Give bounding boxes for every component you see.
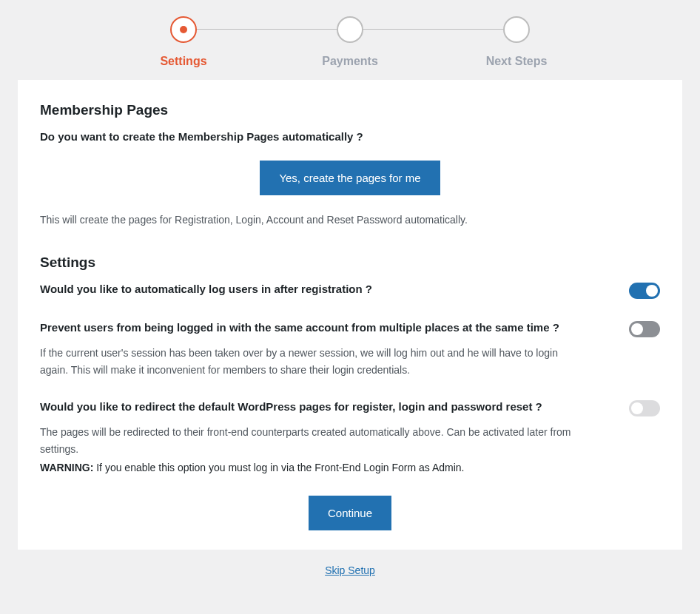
step-next-steps[interactable]: Next Steps	[434, 16, 600, 68]
warning-text: If you enable this option you must log i…	[93, 462, 464, 473]
step-circle-icon	[337, 16, 363, 43]
create-pages-button[interactable]: Yes, create the pages for me	[260, 161, 440, 195]
membership-help: This will create the pages for Registrat…	[40, 212, 660, 228]
prevent-multi-login-toggle[interactable]	[629, 321, 660, 337]
membership-heading: Membership Pages	[40, 102, 660, 118]
prevent-multi-login-label: Prevent users from being logged in with …	[40, 321, 607, 334]
prevent-multi-login-help: If the current user's session has been t…	[40, 345, 573, 378]
step-settings[interactable]: Settings	[101, 16, 267, 68]
redirect-pages-label: Would you like to redirect the default W…	[40, 400, 607, 413]
step-label: Next Steps	[486, 55, 548, 68]
membership-question: Do you want to create the Membership Pag…	[40, 130, 660, 143]
skip-setup-link[interactable]: Skip Setup	[325, 564, 375, 576]
autologin-label: Would you like to automatically log user…	[40, 283, 607, 295]
step-payments[interactable]: Payments	[267, 16, 434, 68]
toggle-knob-icon	[646, 285, 658, 297]
wizard-card: Membership Pages Do you want to create t…	[18, 80, 682, 550]
warning-label: WARNING:	[40, 462, 93, 473]
step-label: Settings	[160, 55, 206, 68]
settings-heading: Settings	[40, 254, 660, 271]
redirect-pages-help: The pages will be redirected to their fr…	[40, 424, 573, 457]
redirect-pages-toggle[interactable]	[629, 400, 660, 416]
autologin-toggle[interactable]	[629, 283, 660, 299]
redirect-warning: WARNING: If you enable this option you m…	[40, 462, 660, 473]
stepper: Settings Payments Next Steps	[0, 0, 700, 75]
step-circle-icon	[170, 16, 197, 43]
toggle-knob-icon	[631, 323, 643, 335]
step-circle-icon	[503, 16, 530, 43]
toggle-knob-icon	[631, 402, 643, 414]
continue-button[interactable]: Continue	[309, 496, 391, 530]
step-label: Payments	[322, 55, 378, 68]
